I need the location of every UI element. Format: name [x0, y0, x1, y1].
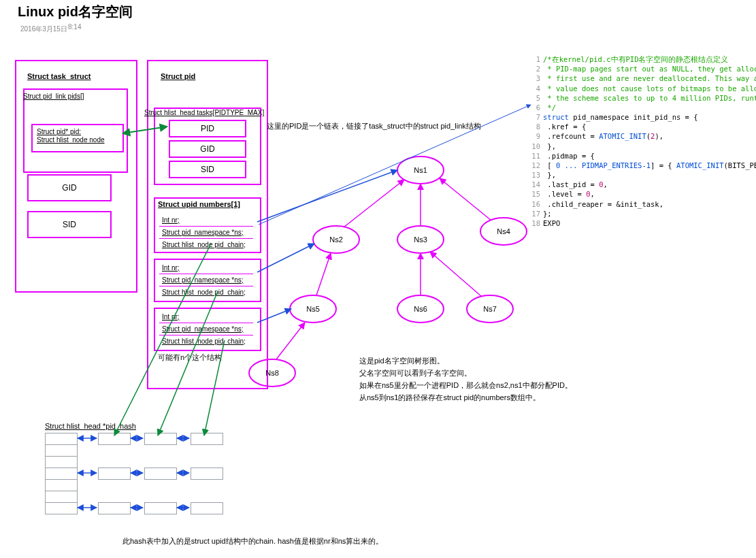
hash-node	[191, 433, 223, 445]
upid3-nr: Int nr;	[159, 310, 253, 323]
svg-point-5	[397, 295, 444, 323]
task-struct-sid-box: SID	[27, 211, 112, 238]
hash-bucket	[45, 502, 78, 514]
svg-line-10	[440, 178, 491, 220]
svg-point-2	[397, 226, 444, 253]
hash-node	[144, 433, 177, 445]
tree-note-4: 从ns5到ns1的路径保存在struct pid的numbers数组中。	[359, 392, 540, 404]
struct-pid-label: Struct pid	[161, 72, 195, 80]
upid2-ns: Struct pid_namespace *ns;	[159, 274, 253, 286]
hash-table-title: Struct hlist_head *pid_hash	[45, 422, 136, 430]
upid2-nr: Int nr;	[159, 261, 253, 274]
svg-point-1	[313, 226, 359, 253]
tree-node-ns2: Ns2	[329, 235, 343, 244]
pid-ptr-label: Struct pid* pid:	[33, 125, 122, 135]
tree-node-ns7: Ns7	[483, 305, 497, 313]
hash-bucket	[45, 433, 78, 445]
hash-bucket	[45, 467, 78, 480]
hash-node	[144, 467, 177, 480]
task-struct-label: Struct task_struct	[27, 72, 91, 80]
upid-footer-note: 可能有n个这个结构	[158, 352, 222, 363]
page: Linux pid名字空间 2016年3月15日 8:14 Struct tas…	[0, 0, 756, 558]
upid3-chain: Struct hlist_node pid_chain;	[159, 335, 253, 347]
page-date: 2016年3月15日	[20, 24, 67, 34]
hash-node	[191, 502, 223, 514]
svg-line-16	[257, 170, 397, 222]
svg-line-11	[316, 253, 331, 295]
pid-link-entry: Struct pid* pid: Struct hlist_node node	[31, 124, 124, 152]
code-block: 1/*在kernel/pid.c中有PID名字空间的静态根结点定义 2 * PI…	[525, 54, 750, 228]
svg-point-3	[480, 218, 527, 245]
svg-line-8	[344, 180, 404, 227]
hash-table-note: 此hash表中加入的是struct upid结构中的chain. hash值是根…	[122, 536, 383, 546]
tree-node-ns3: Ns3	[414, 235, 427, 244]
hlist-node-label: Struct hlist_node node	[33, 135, 122, 144]
hash-node	[144, 502, 177, 514]
tree-note-2: 父名字空间可以看到子名字空间。	[359, 367, 472, 379]
hash-bucket	[45, 456, 78, 468]
tree-node-ns4: Ns4	[497, 227, 510, 235]
tree-node-ns1: Ns1	[414, 166, 427, 174]
page-title: Linux pid名字空间	[18, 3, 133, 21]
hash-bucket	[45, 444, 78, 457]
pids-array-label: Struct pid_link pids[]	[23, 93, 84, 100]
tree-note-3: 如果在ns5里分配一个进程PID，那么就会ns2,ns1中都分配PID。	[359, 380, 572, 391]
upid1-chain: Struct hlist_node pid_chain;	[159, 238, 253, 250]
upid2-chain: Struct hlist_node pid_chain;	[159, 286, 253, 298]
upid3-ns: Struct pid_namespace *ns;	[159, 323, 253, 335]
hlist-tasks-label: Struct hlist_head tasks[PIDTYPE_MAX]	[144, 109, 264, 116]
pid-cell: PID	[169, 120, 246, 137]
pid-list-note: 这里的PID是一个链表，链接了task_struct中的struct pid_l…	[267, 121, 481, 131]
hash-node	[191, 467, 223, 480]
svg-line-14	[276, 323, 305, 359]
task-struct-gid-box: GID	[27, 174, 112, 201]
upid1-nr: Int nr;	[159, 214, 253, 227]
gid-cell: GID	[169, 140, 246, 158]
hash-bucket	[45, 479, 78, 491]
svg-line-13	[430, 252, 482, 297]
hash-node	[98, 433, 131, 445]
sid-cell: SID	[169, 161, 246, 178]
hash-node	[98, 467, 131, 480]
hash-bucket	[45, 491, 78, 503]
tree-node-ns5: Ns5	[306, 305, 320, 313]
svg-point-4	[290, 295, 336, 323]
upid-numbers-label: Struct upid numbers[1]	[158, 200, 240, 208]
page-time: 8:14	[68, 23, 81, 31]
svg-point-0	[397, 157, 444, 184]
tree-note-1: 这是pid名字空间树形图。	[359, 355, 444, 367]
tree-node-ns6: Ns6	[414, 305, 427, 313]
hash-node	[98, 502, 131, 514]
svg-point-6	[467, 295, 513, 323]
upid1-ns: Struct pid_namespace *ns;	[159, 226, 253, 239]
